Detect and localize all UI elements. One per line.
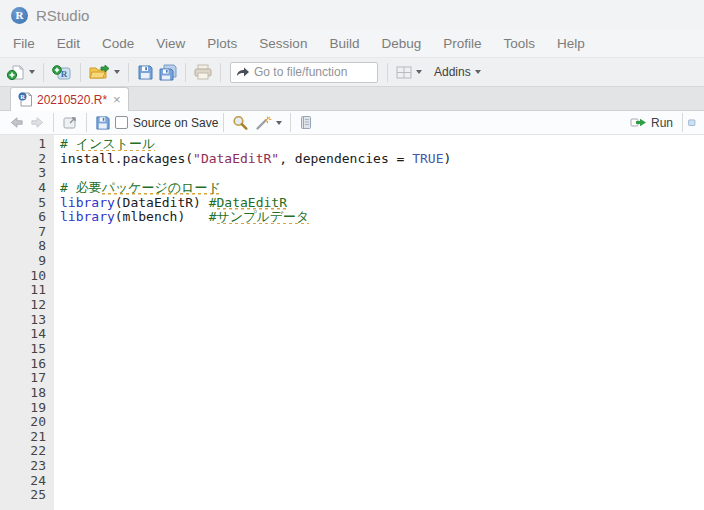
source-on-save-checkbox[interactable]	[115, 116, 128, 129]
code-tools-caret[interactable]	[276, 121, 282, 125]
run-label: Run	[651, 116, 673, 130]
addins-label: Addins	[434, 65, 471, 79]
save-button[interactable]	[134, 62, 156, 82]
pane-layout-caret[interactable]	[416, 70, 422, 74]
line-number: 24	[0, 474, 46, 489]
tab-close-icon[interactable]: ×	[113, 93, 121, 106]
print-button[interactable]	[191, 62, 215, 82]
code-token-keyword: library	[60, 195, 115, 210]
toolbar-separator	[53, 113, 54, 132]
r-script-file-icon: R	[18, 92, 32, 107]
menu-session[interactable]: Session	[248, 30, 318, 57]
back-arrow-icon	[9, 115, 24, 130]
code-line[interactable]	[60, 166, 704, 181]
print-icon	[194, 64, 212, 80]
line-number: 2	[0, 152, 46, 167]
code-token-comment: インストール	[76, 136, 156, 151]
compile-report-button[interactable]	[296, 113, 316, 132]
toolbar-separator	[43, 63, 44, 82]
save-all-icon	[159, 64, 177, 81]
forward-arrow-icon	[30, 115, 45, 130]
open-folder-icon	[89, 64, 110, 80]
code-token-comment: パッケージのロード	[102, 180, 221, 195]
code-token-plain: , dependencies =	[279, 151, 412, 166]
line-number: 10	[0, 269, 46, 284]
line-number: 14	[0, 327, 46, 342]
line-number: 4	[0, 181, 46, 196]
show-in-new-window-button[interactable]	[59, 113, 81, 132]
code-token-constant: TRUE	[412, 151, 443, 166]
pane-layout-grid-icon	[396, 66, 412, 79]
run-button[interactable]: Run	[626, 115, 677, 131]
save-icon	[95, 115, 110, 130]
toolbar-separator	[86, 113, 87, 132]
open-file-button[interactable]	[86, 62, 123, 82]
rstudio-logo-icon: R	[11, 7, 28, 24]
code-line[interactable]: # インストール	[60, 137, 704, 152]
tab-20210520[interactable]: R 20210520.R* ×	[10, 87, 129, 111]
code-token-comment: #	[209, 195, 217, 210]
rstudio-window: R RStudio FileEditCodeViewPlotsSessionBu…	[0, 0, 704, 510]
main-toolbar: R	[0, 57, 704, 87]
forward-button[interactable]	[27, 113, 48, 132]
code-token-keyword: library	[60, 209, 115, 224]
line-number: 3	[0, 166, 46, 181]
line-number: 13	[0, 313, 46, 328]
run-icon	[630, 116, 647, 129]
toolbar-separator	[223, 113, 224, 132]
menu-file[interactable]: File	[2, 30, 46, 57]
menu-edit[interactable]: Edit	[46, 30, 91, 57]
find-replace-button[interactable]	[229, 113, 252, 133]
svg-text:R: R	[61, 69, 68, 79]
save-all-button[interactable]	[156, 62, 180, 83]
menu-code[interactable]: Code	[91, 30, 145, 57]
rerun-button-clipped[interactable]	[688, 115, 698, 131]
new-file-dropdown-caret[interactable]	[29, 70, 35, 74]
code-token-plain: (DataEditR)	[115, 195, 209, 210]
code-token-comment: # 必要	[60, 180, 102, 195]
source-editor-toolbar: Source on Save	[0, 111, 704, 135]
line-number: 16	[0, 357, 46, 372]
goto-file-placeholder: Go to file/function	[254, 65, 347, 79]
toolbar-separator	[80, 63, 81, 82]
menu-profile[interactable]: Profile	[432, 30, 492, 57]
code-line[interactable]: library(DataEditR) #DataEditR	[60, 196, 704, 211]
line-number: 6	[0, 210, 46, 225]
menu-view[interactable]: View	[145, 30, 196, 57]
open-dropdown-caret[interactable]	[114, 70, 120, 74]
menu-tools[interactable]: Tools	[492, 30, 546, 57]
code-area[interactable]: # インストールinstall.packages("DataEditR", de…	[54, 135, 704, 510]
line-number: 11	[0, 283, 46, 298]
new-file-button[interactable]	[4, 62, 38, 83]
new-file-icon	[7, 64, 25, 81]
pane-layout-button[interactable]	[393, 64, 425, 81]
line-number: 17	[0, 371, 46, 386]
save-button-editor[interactable]	[92, 113, 113, 132]
gutter: 1234567891011121314151617181920212223242…	[0, 135, 54, 510]
line-number: 23	[0, 459, 46, 474]
line-number: 20	[0, 415, 46, 430]
back-button[interactable]	[6, 113, 27, 132]
toolbar-separator	[682, 113, 683, 132]
code-token-comment: #	[209, 209, 217, 224]
menu-plots[interactable]: Plots	[196, 30, 248, 57]
code-line[interactable]: install.packages("DataEditR", dependenci…	[60, 152, 704, 167]
line-number: 7	[0, 225, 46, 240]
code-line[interactable]: library(mlbench) #サンプルデータ	[60, 210, 704, 225]
line-number: 5	[0, 196, 46, 211]
menu-build[interactable]: Build	[318, 30, 370, 57]
code-token-comment: サンプルデータ	[217, 209, 310, 224]
menu-debug[interactable]: Debug	[370, 30, 432, 57]
menu-help[interactable]: Help	[546, 30, 596, 57]
code-line[interactable]: # 必要パッケージのロード	[60, 181, 704, 196]
goto-file-input[interactable]: Go to file/function	[230, 62, 378, 83]
line-number: 22	[0, 444, 46, 459]
svg-text:R: R	[20, 93, 25, 100]
toolbar-separator	[185, 63, 186, 82]
addins-button[interactable]: Addins	[425, 63, 484, 81]
editor-tab-bar: R 20210520.R* ×	[0, 87, 704, 111]
popout-window-icon	[62, 115, 78, 130]
new-project-button[interactable]: R	[49, 62, 75, 83]
code-tools-button[interactable]	[252, 113, 285, 133]
source-editor[interactable]: 1234567891011121314151617181920212223242…	[0, 135, 704, 510]
